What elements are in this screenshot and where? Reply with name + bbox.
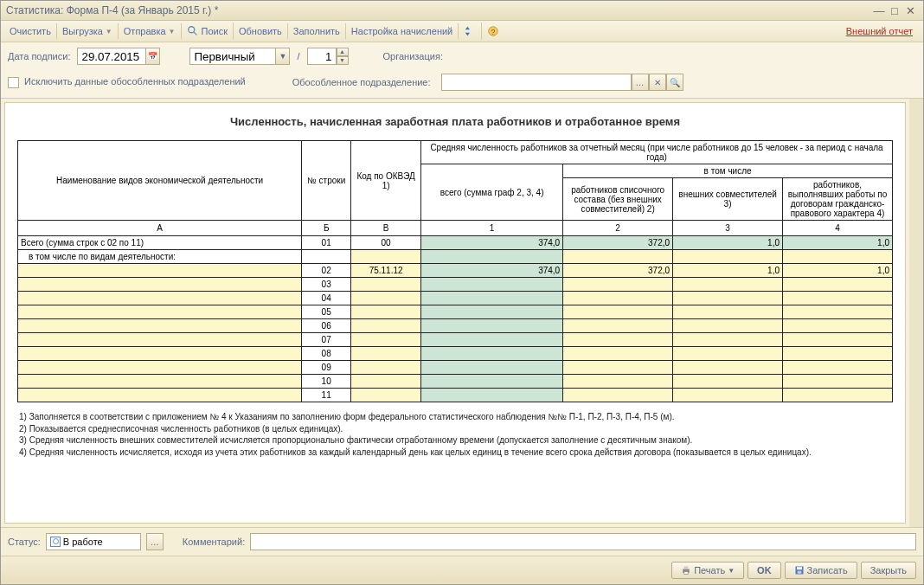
params-row-1: Дата подписи: 📅 ▼ / ▲ ▼ Организация: bbox=[1, 42, 923, 70]
subtitle-cell: в том числе по видам деятельности: bbox=[18, 250, 302, 264]
vertical-scrollbar[interactable] bbox=[909, 99, 923, 527]
comment-label: Комментарий: bbox=[183, 537, 245, 547]
search-button[interactable]: Поиск bbox=[182, 22, 234, 40]
totals-name: Всего (сумма строк с 02 по 11) bbox=[18, 236, 302, 250]
header-row-no: № строки bbox=[302, 141, 351, 221]
data-v3-02[interactable]: 1,0 bbox=[673, 264, 783, 278]
document-scroll[interactable]: Численность, начисленная заработная плат… bbox=[4, 102, 906, 524]
table-row[interactable]: 07 bbox=[18, 333, 893, 347]
totals-no: 01 bbox=[302, 236, 351, 250]
footnote-2: 2) Показывается среднесписочная численно… bbox=[19, 423, 891, 435]
fill-button[interactable]: Заполнить bbox=[288, 23, 346, 39]
ok-button[interactable]: OK bbox=[748, 562, 781, 579]
subtitle-row: в том числе по видам деятельности: bbox=[18, 250, 893, 264]
sort-button[interactable] bbox=[459, 22, 482, 40]
totals-code: 00 bbox=[351, 236, 421, 250]
comment-input[interactable] bbox=[250, 533, 916, 550]
subdivision-select-button[interactable]: … bbox=[632, 74, 649, 91]
status-value: В работе bbox=[63, 537, 103, 547]
help-button[interactable]: ? bbox=[482, 22, 504, 40]
table-row[interactable]: 08 bbox=[18, 347, 893, 361]
header-letter-a: А bbox=[18, 221, 302, 236]
header-num-1: 1 bbox=[421, 221, 563, 236]
footnote-3: 3) Средняя численность внешних совместит… bbox=[19, 434, 891, 447]
data-v4-02[interactable]: 1,0 bbox=[783, 264, 893, 278]
totals-row[interactable]: Всего (сумма строк с 02 по 11) 01 00 374… bbox=[18, 236, 893, 250]
table-row[interactable]: 04 bbox=[18, 292, 893, 305]
status-icon bbox=[50, 537, 61, 547]
bottom-bar: Печать▼ OK Записать Закрыть bbox=[1, 556, 923, 584]
exclude-checkbox[interactable] bbox=[8, 77, 19, 88]
clear-button[interactable]: Очистить bbox=[4, 23, 57, 39]
data-v2-02[interactable]: 372,0 bbox=[563, 264, 673, 278]
exclude-checkbox-wrap[interactable]: Исключить данные обособленных подразделе… bbox=[8, 76, 246, 88]
totals-v1: 374,0 bbox=[421, 236, 563, 250]
header-total: всего (сумма граф 2, 3, 4) bbox=[421, 164, 563, 221]
table-row[interactable]: 10 bbox=[18, 375, 893, 389]
subdivision-label: Обособленное подразделение: bbox=[292, 77, 431, 87]
window-title: Статистика: Форма П-4 (за Январь 2015 г.… bbox=[6, 4, 871, 16]
minimize-button[interactable]: — bbox=[871, 3, 887, 17]
print-button[interactable]: Печать▼ bbox=[671, 562, 744, 579]
exclude-label: Исключить данные обособленных подразделе… bbox=[24, 76, 246, 87]
footnotes: 1) Заполняется в соответствии с приложен… bbox=[17, 402, 893, 466]
data-name-02[interactable] bbox=[18, 264, 302, 278]
refresh-button[interactable]: Обновить bbox=[234, 23, 288, 39]
data-v1-02: 374,0 bbox=[421, 264, 563, 278]
subdivision-clear-button[interactable]: ✕ bbox=[649, 74, 666, 91]
svg-rect-6 bbox=[684, 572, 689, 575]
number-up-button[interactable]: ▲ bbox=[337, 48, 349, 56]
search-icon bbox=[187, 25, 199, 37]
header-col4: работников, выполнявших работы по догово… bbox=[783, 178, 893, 221]
printer-icon bbox=[681, 565, 691, 575]
header-col2: работников списочного состава (без внешн… bbox=[563, 178, 673, 221]
status-field[interactable]: В работе bbox=[46, 533, 141, 550]
header-letter-v: В bbox=[351, 221, 421, 236]
svg-point-0 bbox=[188, 27, 194, 33]
number-down-button[interactable]: ▼ bbox=[337, 56, 349, 65]
close-button[interactable]: Закрыть bbox=[861, 562, 916, 579]
main-toolbar: Очистить Выгрузка▼ Отправка▼ Поиск Обнов… bbox=[1, 21, 923, 42]
send-button[interactable]: Отправка▼ bbox=[119, 23, 182, 39]
maximize-button[interactable]: □ bbox=[887, 3, 902, 17]
status-bar: Статус: В работе … Комментарий: bbox=[1, 527, 923, 556]
date-label: Дата подписи: bbox=[8, 51, 70, 61]
svg-rect-8 bbox=[797, 567, 802, 569]
subdivision-search-button[interactable]: 🔍 bbox=[666, 74, 683, 91]
data-row-02[interactable]: 02 75.11.12 374,0 372,0 1,0 1,0 bbox=[18, 264, 893, 278]
org-label: Организация: bbox=[383, 51, 443, 61]
svg-line-1 bbox=[193, 32, 196, 35]
totals-v3: 1,0 bbox=[673, 236, 783, 250]
subdivision-input[interactable] bbox=[441, 74, 632, 91]
save-button[interactable]: Записать bbox=[785, 562, 857, 579]
footnote-1: 1) Заполняется в соответствии с приложен… bbox=[19, 411, 891, 423]
external-report-link[interactable]: Внешний отчет bbox=[846, 26, 920, 36]
number-input[interactable] bbox=[307, 48, 337, 65]
footnote-4: 4) Средняя численность исчисляется, исхо… bbox=[19, 447, 891, 459]
export-button[interactable]: Выгрузка▼ bbox=[57, 23, 119, 39]
save-icon bbox=[794, 565, 805, 575]
status-select-button[interactable]: … bbox=[146, 533, 164, 550]
document-area: Численность, начисленная заработная плат… bbox=[1, 99, 923, 527]
header-num-3: 3 bbox=[673, 221, 783, 236]
sort-icon bbox=[464, 25, 476, 37]
type-select[interactable] bbox=[189, 48, 276, 65]
settings-button[interactable]: Настройка начислений bbox=[346, 23, 459, 39]
date-picker-button[interactable]: 📅 bbox=[146, 48, 160, 65]
header-including: в том числе bbox=[563, 164, 893, 178]
table-row[interactable]: 06 bbox=[18, 319, 893, 333]
totals-v2: 372,0 bbox=[563, 236, 673, 250]
table-row[interactable]: 03 bbox=[18, 278, 893, 292]
table-row[interactable]: 11 bbox=[18, 389, 893, 402]
data-no-02: 02 bbox=[302, 264, 351, 278]
date-input[interactable] bbox=[77, 48, 146, 65]
header-num-4: 4 bbox=[783, 221, 893, 236]
data-code-02[interactable]: 75.11.12 bbox=[351, 264, 421, 278]
report-table: Наименование видов экономической деятель… bbox=[17, 140, 893, 402]
header-code: Код по ОКВЭД 1) bbox=[351, 141, 421, 221]
table-row[interactable]: 09 bbox=[18, 361, 893, 375]
slash-label: / bbox=[297, 51, 299, 61]
table-row[interactable]: 05 bbox=[18, 305, 893, 319]
type-dropdown-button[interactable]: ▼ bbox=[276, 48, 290, 65]
close-window-button[interactable]: ✕ bbox=[902, 3, 918, 17]
